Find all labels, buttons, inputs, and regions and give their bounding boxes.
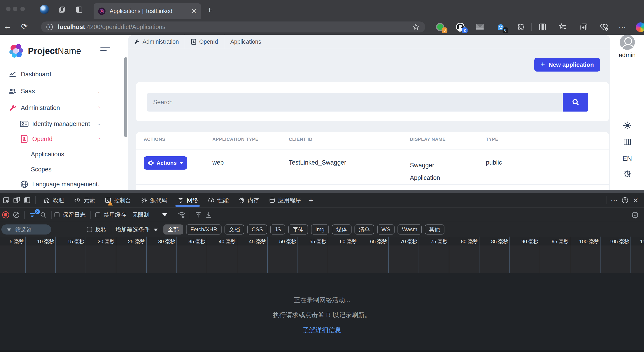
back-button[interactable]: ← bbox=[4, 22, 12, 31]
sidebar-item-openid[interactable]: OpenId ⌃ bbox=[0, 132, 119, 146]
filter-input[interactable]: 筛选器 bbox=[1, 224, 51, 234]
more-tabs-plus-icon[interactable]: + bbox=[306, 196, 316, 205]
invert-filter-checkbox[interactable] bbox=[87, 227, 92, 232]
address-bar[interactable]: i localhost:4200/openiddict/Applications bbox=[41, 21, 425, 32]
breadcrumb-item-administration[interactable]: Administration bbox=[128, 34, 185, 49]
collections-icon[interactable] bbox=[579, 22, 588, 31]
tab-welcome[interactable]: 欢迎 bbox=[38, 193, 69, 207]
help-icon[interactable] bbox=[620, 196, 630, 204]
filter-chip[interactable]: CSS bbox=[247, 224, 267, 234]
throttling-select[interactable]: 无限制 bbox=[132, 211, 150, 218]
sidebar-item-saas[interactable]: Saas ⌄ bbox=[0, 85, 119, 98]
window-zoom-button[interactable] bbox=[20, 7, 25, 11]
devtools-close-icon[interactable]: ✕ bbox=[630, 196, 641, 204]
tab-sources[interactable]: 源代码 bbox=[136, 193, 172, 207]
row-actions-button[interactable]: Actions bbox=[144, 156, 187, 170]
copilot-icon[interactable] bbox=[636, 22, 644, 32]
preserve-log-checkbox[interactable] bbox=[54, 212, 60, 217]
filter-toggle-icon[interactable]: ✕ bbox=[28, 211, 38, 219]
column-header-actions[interactable]: ACTIONS bbox=[144, 137, 165, 142]
settings-gear-icon[interactable] bbox=[610, 170, 644, 178]
extension-mail-icon[interactable] bbox=[475, 22, 484, 31]
filter-chip[interactable]: 全部 bbox=[164, 224, 183, 234]
sidebar-item-language-management[interactable]: Language management ⌄ bbox=[0, 177, 119, 191]
export-har-icon[interactable] bbox=[204, 211, 214, 218]
tab-application[interactable]: 应用程序 bbox=[264, 193, 306, 207]
disable-cache-checkbox[interactable] bbox=[95, 212, 100, 217]
language-selector[interactable]: EN bbox=[610, 155, 644, 162]
breadcrumb-item-openid[interactable]: OpenId bbox=[185, 34, 224, 49]
tab-memory[interactable]: 内存 bbox=[234, 193, 264, 207]
browser-tab[interactable]: Applications | TestLinked ✕ bbox=[94, 3, 201, 19]
browser-menu-icon[interactable]: … bbox=[618, 21, 628, 30]
devtools-drag-handle[interactable] bbox=[0, 190, 644, 193]
brand-logo-icon bbox=[8, 43, 24, 59]
brand[interactable]: ProjectName bbox=[8, 43, 81, 59]
extensions-puzzle-icon[interactable] bbox=[516, 22, 526, 31]
window-close-button[interactable] bbox=[6, 7, 10, 11]
more-filters-caret-icon[interactable] bbox=[154, 229, 158, 231]
tab-network[interactable]: 网络 bbox=[172, 193, 203, 207]
layout-columns-icon[interactable] bbox=[610, 138, 644, 146]
filter-chip[interactable]: 其他 bbox=[425, 224, 444, 234]
filter-chip[interactable]: Wasm bbox=[398, 224, 422, 234]
extension-github-icon[interactable]: 2 bbox=[456, 22, 465, 31]
search-button[interactable] bbox=[563, 93, 588, 112]
tab-elements[interactable]: 元素 bbox=[69, 193, 100, 207]
network-settings-gear-icon[interactable] bbox=[630, 211, 640, 219]
sidebar-collapse-icon[interactable] bbox=[100, 47, 111, 51]
split-screen-icon[interactable] bbox=[538, 22, 547, 31]
filter-chip[interactable]: 文档 bbox=[224, 224, 244, 234]
ruler-tick-label: 85 毫秒 bbox=[474, 238, 508, 245]
tab-performance[interactable]: 性能 bbox=[203, 193, 234, 207]
learn-more-link[interactable]: 了解详细信息 bbox=[303, 326, 341, 334]
filter-chip[interactable]: 媒体 bbox=[332, 224, 352, 234]
import-har-icon[interactable] bbox=[193, 211, 204, 218]
network-conditions-icon[interactable] bbox=[176, 211, 187, 219]
tab-group-icon[interactable] bbox=[58, 5, 66, 14]
devtools-menu-icon[interactable]: ⋯ bbox=[609, 196, 620, 204]
inspect-element-icon[interactable] bbox=[1, 196, 12, 204]
extension-forest-icon[interactable]: 3 bbox=[436, 22, 445, 31]
sidebar-item-administration[interactable]: Administration ⌃ bbox=[0, 101, 119, 115]
column-header-display-name[interactable]: DISPLAY NAME bbox=[410, 137, 446, 142]
more-filters-dropdown[interactable]: 增加筛选条件 bbox=[115, 226, 150, 233]
window-minimize-button[interactable] bbox=[13, 7, 18, 11]
vertical-tabs-icon[interactable] bbox=[75, 5, 83, 14]
filter-chip[interactable]: JS bbox=[270, 224, 286, 234]
clear-network-log-icon[interactable] bbox=[11, 211, 22, 218]
browser-profile-avatar[interactable] bbox=[40, 5, 49, 14]
browser-essentials-icon[interactable] bbox=[599, 22, 608, 31]
sidebar-item-applications[interactable]: Applications bbox=[0, 148, 119, 161]
new-tab-button[interactable]: + bbox=[207, 5, 212, 15]
theme-toggle-sun-icon[interactable] bbox=[610, 121, 644, 130]
filter-chip[interactable]: Img bbox=[311, 224, 329, 234]
network-search-icon[interactable] bbox=[38, 211, 48, 218]
reload-button[interactable]: ⟳ bbox=[21, 22, 28, 31]
search-input[interactable] bbox=[147, 93, 563, 112]
filter-chip[interactable]: Fetch/XHR bbox=[186, 224, 222, 234]
filter-chip[interactable]: 清单 bbox=[354, 224, 374, 234]
device-toolbar-icon[interactable] bbox=[12, 196, 22, 204]
extension-ghost-icon[interactable]: 0 bbox=[496, 22, 505, 31]
column-header-client-id[interactable]: CLIENT ID bbox=[289, 137, 312, 142]
tab-console[interactable]: 控制台 bbox=[100, 193, 136, 207]
tab-close-icon[interactable]: ✕ bbox=[191, 7, 196, 15]
dock-side-icon[interactable] bbox=[22, 196, 32, 204]
sidebar-item-identity-management[interactable]: Identity management ⌄ bbox=[0, 117, 119, 131]
filter-chip[interactable]: WS bbox=[377, 224, 395, 234]
sidebar-scrollbar[interactable] bbox=[124, 57, 127, 137]
record-network-log-icon[interactable] bbox=[0, 211, 11, 219]
sidebar-item-scopes[interactable]: Scopes bbox=[0, 163, 119, 176]
favorites-icon[interactable] bbox=[558, 22, 567, 31]
user-avatar[interactable] bbox=[620, 35, 635, 50]
column-header-type[interactable]: TYPE bbox=[486, 137, 498, 142]
throttling-caret-icon[interactable] bbox=[162, 213, 167, 216]
breadcrumb-item-applications[interactable]: Applications bbox=[224, 34, 267, 49]
column-header-application-type[interactable]: APPLICATION TYPE bbox=[212, 137, 258, 142]
bookmark-star-icon[interactable] bbox=[412, 23, 420, 31]
filter-chip[interactable]: 字体 bbox=[288, 224, 308, 234]
site-info-icon[interactable]: i bbox=[46, 24, 53, 30]
sidebar-item-dashboard[interactable]: Dashboard bbox=[0, 68, 119, 81]
new-application-button[interactable]: + New application bbox=[534, 58, 600, 72]
